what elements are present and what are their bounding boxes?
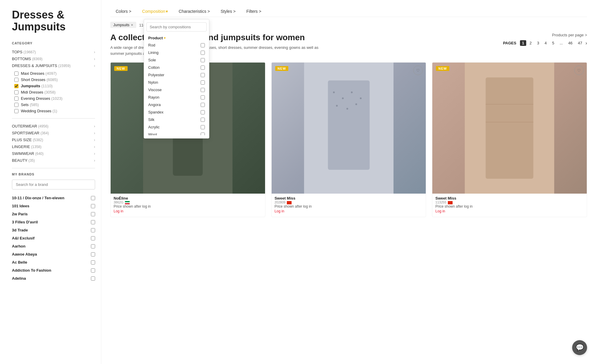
comp-item-wool[interactable]: Wool (144, 131, 209, 135)
brand-3-filles-checkbox[interactable] (91, 220, 95, 224)
comp-cotton-checkbox[interactable] (201, 66, 205, 70)
svg-rect-13 (486, 77, 533, 179)
styles-filter-btn[interactable]: Styles > (215, 6, 241, 17)
comp-rayon-checkbox[interactable] (201, 95, 205, 99)
sidebar-item-bottoms[interactable]: BOTTOMS (8369) › (12, 55, 95, 62)
brand-item-aarhon[interactable]: Aarhon (12, 242, 95, 250)
maxi-dresses-checkbox[interactable] (14, 71, 18, 76)
dresses-arrow-icon: › (94, 64, 95, 68)
brand-item-10-11[interactable]: 10-11 / Dix-onze / Ten-eleven (12, 194, 95, 202)
sidebar-item-tops[interactable]: TOPS (19667) › (12, 49, 95, 55)
subcategory-short-dresses[interactable]: Short Dresses (6085) (14, 77, 95, 83)
sidebar-item-lingerie[interactable]: LINGERIE (1358) › (12, 143, 95, 150)
wishlist-btn-3[interactable]: ♡ (574, 66, 584, 75)
comp-wool-checkbox[interactable] (201, 133, 205, 136)
comp-item-acrylic[interactable]: Acrylic (144, 123, 209, 131)
page-47-btn[interactable]: 47 (576, 40, 584, 46)
short-dresses-checkbox[interactable] (14, 78, 18, 82)
page-5-btn[interactable]: 5 (550, 40, 556, 46)
comp-item-cotton[interactable]: Cotton (144, 64, 209, 71)
brand-3d-trade-checkbox[interactable] (91, 228, 95, 232)
brand-item-3d-trade[interactable]: 3d Trade (12, 226, 95, 234)
filters-filter-btn[interactable]: Filters > (241, 6, 267, 17)
brand-10-11-checkbox[interactable] (91, 196, 95, 200)
remove-jumpsuits-tag-btn[interactable]: × (131, 23, 133, 27)
page-3-btn[interactable]: 3 (535, 40, 541, 46)
pagination-next-btn[interactable]: › (586, 41, 587, 46)
brand-item-addiction[interactable]: Addiction To Fashion (12, 267, 95, 274)
comp-polyester-checkbox[interactable] (201, 73, 205, 77)
wedding-dresses-checkbox[interactable] (14, 109, 18, 113)
brand-ac-belle-checkbox[interactable] (91, 260, 95, 265)
comp-sole-checkbox[interactable] (201, 58, 205, 62)
jumpsuits-checkbox[interactable] (14, 84, 18, 88)
brand-2w-paris-checkbox[interactable] (91, 212, 95, 216)
comp-item-rod[interactable]: Rod (144, 41, 209, 49)
brand-item-adelina[interactable]: Adelina (12, 275, 95, 282)
brand-aawoe-checkbox[interactable] (91, 252, 95, 256)
chat-icon: 💬 (576, 344, 584, 351)
comp-silk-checkbox[interactable] (201, 118, 205, 122)
subcategory-sets[interactable]: Sets (585) (14, 102, 95, 108)
product-login-3[interactable]: Log in (435, 209, 445, 213)
comp-viscose-checkbox[interactable] (201, 88, 205, 92)
comp-item-angora[interactable]: Angora (144, 101, 209, 108)
comp-nylon-checkbox[interactable] (201, 80, 205, 85)
brand-aarhon-checkbox[interactable] (91, 244, 95, 248)
composition-search-input[interactable] (146, 22, 207, 32)
brand-adelina-checkbox[interactable] (91, 276, 95, 281)
composition-section-label: Product ▾ (144, 34, 209, 41)
comp-item-viscose[interactable]: Viscose (144, 86, 209, 94)
comp-acrylic-checkbox[interactable] (201, 125, 205, 129)
brand-addiction-checkbox[interactable] (91, 268, 95, 273)
brand-item-101-idees[interactable]: 101 Idees (12, 202, 95, 210)
brand-item-2w-paris[interactable]: 2w Paris (12, 210, 95, 218)
brand-101-idees-checkbox[interactable] (91, 204, 95, 208)
subcategory-wedding-dresses[interactable]: Wedding Dresses (1) (14, 108, 95, 114)
brand-list: 10-11 / Dix-onze / Ten-eleven 101 Idees … (12, 194, 95, 282)
composition-filter-btn[interactable]: Composition▾ (137, 6, 174, 17)
product-login-2[interactable]: Log in (275, 209, 284, 213)
sidebar-item-dresses-jumpsuits[interactable]: DRESSES & JUMPSUITS (15959) › (12, 62, 95, 69)
brand-item-aawoe[interactable]: Aawoe Abaya (12, 251, 95, 258)
comp-item-lining[interactable]: Lining (144, 49, 209, 56)
subcategory-maxi-dresses[interactable]: Maxi Dresses (4097) (14, 70, 95, 77)
sidebar-item-plus-size[interactable]: PLUS SIZE (5382) › (12, 136, 95, 143)
evening-dresses-checkbox[interactable] (14, 97, 18, 101)
comp-angora-checkbox[interactable] (201, 103, 205, 107)
midi-dresses-checkbox[interactable] (14, 90, 18, 94)
sidebar-item-outerwear[interactable]: OUTERWEAR (4956) › (12, 123, 95, 130)
sets-checkbox[interactable] (14, 103, 18, 107)
comp-item-spandex[interactable]: Spandex (144, 108, 209, 116)
comp-spandex-checkbox[interactable] (201, 110, 205, 114)
page-46-btn[interactable]: 46 (566, 40, 575, 46)
brand-item-ai-exclusif[interactable]: A&I Exclusif (12, 234, 95, 242)
subcategory-jumpsuits[interactable]: Jumpsuits (1110) (14, 83, 95, 89)
subcategory-midi-dresses[interactable]: Midi Dresses (3058) (14, 89, 95, 95)
sidebar-item-swimwear[interactable]: SWIMWEAR (640) › (12, 150, 95, 157)
comp-item-nylon[interactable]: Nylon (144, 79, 209, 86)
product-info-1: NoÉline 3862G Price shown after log in L… (111, 194, 265, 217)
comp-item-rayon[interactable]: Rayon (144, 94, 209, 101)
products-per-page-btn[interactable]: Products per page > (503, 33, 587, 37)
brand-item-ac-belle[interactable]: Ac Belle (12, 259, 95, 266)
comp-item-polyester[interactable]: Polyester (144, 71, 209, 79)
page-4-btn[interactable]: 4 (542, 40, 549, 46)
product-login-1[interactable]: Log in (114, 209, 123, 213)
brand-item-3-filles[interactable]: 3 Filles D'avril (12, 218, 95, 226)
page-2-btn[interactable]: 2 (527, 40, 534, 46)
sidebar-item-beauty[interactable]: BEAUTY (35) › (12, 157, 95, 164)
colors-filter-btn[interactable]: Colors > (110, 6, 137, 17)
sidebar-item-sportswear[interactable]: SPORTSWEAR (364) › (12, 130, 95, 136)
active-tags: Jumpsuits × (110, 22, 136, 28)
page-1-btn[interactable]: 1 (520, 40, 526, 46)
subcategory-evening-dresses[interactable]: Evening Dresses (1023) (14, 95, 95, 102)
brand-search-input[interactable] (12, 180, 95, 189)
comp-item-sole[interactable]: Sole (144, 56, 209, 64)
characteristics-filter-btn[interactable]: Characteristics > (173, 6, 215, 17)
comp-rod-checkbox[interactable] (201, 43, 205, 47)
brand-ai-exclusif-checkbox[interactable] (91, 236, 95, 240)
comp-lining-checkbox[interactable] (201, 51, 205, 55)
comp-item-silk[interactable]: Silk (144, 116, 209, 123)
chat-button[interactable]: 💬 (572, 340, 587, 355)
